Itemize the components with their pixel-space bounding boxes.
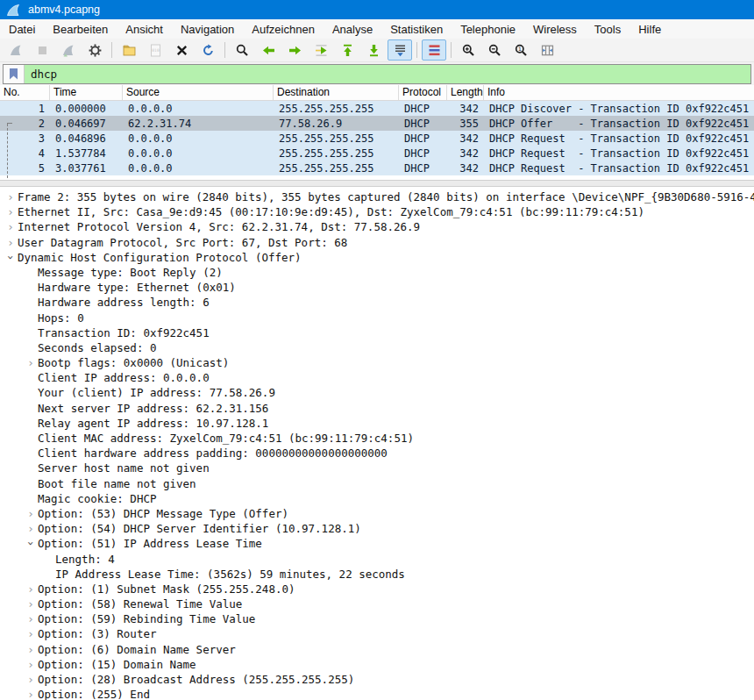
detail-row[interactable]: ›User Datagram Protocol, Src Port: 67, D… (0, 235, 754, 250)
expand-arrow-icon[interactable]: › (24, 626, 38, 641)
menu-item-hilfe[interactable]: Hilfe (630, 21, 670, 38)
column-header-destination[interactable]: Destination (274, 85, 399, 100)
menu-item-aufzeichnen[interactable]: Aufzeichnen (243, 21, 324, 38)
detail-row[interactable]: ›Hardware type: Ethernet (0x01) (0, 280, 754, 295)
open-file-button[interactable] (117, 39, 141, 61)
detail-row[interactable]: ›Option: (3) Router (0, 626, 754, 641)
column-header-no[interactable]: No. (0, 85, 50, 100)
detail-row[interactable]: ›Client MAC address: ZyxelCom_79:c4:51 (… (0, 431, 754, 446)
capture-options-button[interactable] (82, 39, 107, 61)
detail-row[interactable]: ›Your (client) IP address: 77.58.26.9 (0, 385, 754, 400)
column-header-time[interactable]: Time (50, 85, 123, 100)
detail-text: Client MAC address: ZyxelCom_79:c4:51 (b… (38, 431, 414, 446)
colorize-button[interactable] (422, 39, 446, 61)
expand-arrow-icon[interactable]: › (4, 235, 18, 250)
go-last-packet-button[interactable] (361, 39, 386, 61)
expand-arrow-icon[interactable]: › (24, 642, 38, 657)
expand-arrow-icon[interactable]: › (4, 189, 18, 204)
detail-row[interactable]: ›Option: (59) Rebinding Time Value (0, 611, 754, 626)
packet-row-1[interactable]: 10.0000000.0.0.0255.255.255.255DHCP342DH… (0, 101, 754, 116)
detail-row[interactable]: ›Option: (6) Domain Name Server (0, 642, 754, 657)
collapse-arrow-icon[interactable]: › (23, 537, 38, 551)
expand-arrow-icon[interactable]: › (24, 506, 38, 521)
detail-row[interactable]: ›Message type: Boot Reply (2) (0, 265, 754, 280)
zoom-out-button[interactable] (482, 39, 507, 61)
detail-row[interactable]: ›Option: (1) Subnet Mask (255.255.248.0) (0, 582, 754, 596)
expand-arrow-icon[interactable]: › (24, 582, 38, 596)
menu-item-tools[interactable]: Tools (586, 21, 630, 38)
detail-row[interactable]: ›Seconds elapsed: 0 (0, 340, 754, 355)
detail-text: IP Address Lease Time: (3562s) 59 minute… (55, 567, 405, 582)
packet-row-4[interactable]: 41.5377840.0.0.0255.255.255.255DHCP342DH… (0, 146, 754, 161)
detail-row[interactable]: ›Ethernet II, Src: Casa_9e:d9:45 (00:17:… (0, 204, 754, 219)
display-filter-input[interactable] (25, 65, 750, 83)
expand-arrow-icon[interactable]: › (24, 687, 38, 700)
filter-bookmark-button[interactable] (4, 65, 25, 83)
collapse-arrow-icon[interactable]: › (3, 250, 18, 264)
detail-row[interactable]: ›Option: (28) Broadcast Address (255.255… (0, 672, 754, 687)
zoom-in-button[interactable] (456, 39, 480, 61)
auto-scroll-button[interactable] (388, 39, 412, 61)
detail-row[interactable]: ›Client hardware address padding: 000000… (0, 446, 754, 461)
detail-row[interactable]: ›IP Address Lease Time: (3562s) 59 minut… (0, 567, 754, 582)
detail-row[interactable]: ›Relay agent IP address: 10.97.128.1 (0, 416, 754, 431)
zoom-in-icon (461, 43, 476, 58)
go-back-button[interactable] (256, 39, 281, 61)
menu-item-bearbeiten[interactable]: Bearbeiten (44, 21, 117, 38)
cell-time: 1.537784 (50, 147, 123, 160)
detail-row[interactable]: ›Transaction ID: 0xf922c451 (0, 325, 754, 340)
menu-item-analyse[interactable]: Analyse (324, 21, 381, 38)
go-first-packet-button[interactable] (335, 39, 359, 61)
go-forward-button[interactable] (282, 39, 307, 61)
cell-destination: 255.255.255.255 (274, 132, 399, 145)
resize-columns-button[interactable] (535, 39, 559, 61)
detail-row[interactable]: ›Option: (53) DHCP Message Type (Offer) (0, 506, 754, 521)
expand-arrow-icon[interactable]: › (24, 657, 38, 672)
detail-row[interactable]: ›Option: (58) Renewal Time Value (0, 596, 754, 611)
pane-splitter[interactable] (0, 180, 754, 187)
close-file-button[interactable] (169, 39, 194, 61)
detail-row[interactable]: ›Frame 2: 355 bytes on wire (2840 bits),… (0, 189, 754, 204)
expand-arrow-icon[interactable]: › (4, 219, 18, 234)
detail-text: Transaction ID: 0xf922c451 (38, 325, 210, 340)
detail-row[interactable]: ›Magic cookie: DHCP (0, 491, 754, 506)
detail-row[interactable]: ›Next server IP address: 62.2.31.156 (0, 401, 754, 416)
column-header-protocol[interactable]: Protocol (399, 85, 447, 100)
menu-item-statistiken[interactable]: Statistiken (381, 21, 452, 38)
menu-item-wireless[interactable]: Wireless (524, 21, 586, 38)
detail-row[interactable]: ›Option: (51) IP Address Lease Time (0, 536, 754, 551)
menu-item-datei[interactable]: Datei (0, 21, 44, 38)
expand-arrow-icon[interactable]: › (24, 521, 38, 536)
detail-row[interactable]: ›Bootp flags: 0x0000 (Unicast) (0, 355, 754, 370)
reload-file-button[interactable] (196, 39, 220, 61)
detail-row[interactable]: ›Dynamic Host Configuration Protocol (Of… (0, 250, 754, 265)
expand-arrow-icon[interactable]: › (24, 355, 38, 370)
detail-row[interactable]: ›Server host name not given (0, 461, 754, 475)
expand-arrow-icon[interactable]: › (24, 672, 38, 687)
column-header-source[interactable]: Source (123, 85, 274, 100)
expand-arrow-icon[interactable]: › (24, 611, 38, 626)
packet-detail-pane: ›Frame 2: 355 bytes on wire (2840 bits),… (0, 187, 754, 700)
packet-row-3[interactable]: 30.0468960.0.0.0255.255.255.255DHCP342DH… (0, 131, 754, 146)
packet-row-5[interactable]: 53.0377610.0.0.0255.255.255.255DHCP342DH… (0, 161, 754, 175)
column-header-length[interactable]: Length (447, 85, 484, 100)
zoom-reset-button[interactable]: 1 (509, 39, 533, 61)
detail-row[interactable]: ›Internet Protocol Version 4, Src: 62.2.… (0, 219, 754, 234)
expand-arrow-icon[interactable]: › (4, 204, 18, 219)
detail-row[interactable]: ›Option: (54) DHCP Server Identifier (10… (0, 521, 754, 536)
detail-row[interactable]: ›Length: 4 (0, 552, 754, 567)
find-packet-button[interactable] (230, 39, 254, 61)
column-header-info[interactable]: Info (484, 85, 754, 100)
detail-row[interactable]: ›Client IP address: 0.0.0.0 (0, 370, 754, 385)
detail-row[interactable]: ›Hops: 0 (0, 311, 754, 325)
detail-row[interactable]: ›Option: (15) Domain Name (0, 657, 754, 672)
menu-item-navigation[interactable]: Navigation (172, 21, 243, 38)
packet-row-2[interactable]: 20.04669762.2.31.7477.58.26.9DHCP355DHCP… (0, 116, 754, 131)
go-to-packet-button[interactable] (309, 39, 333, 61)
expand-arrow-icon[interactable]: › (24, 596, 38, 611)
detail-row[interactable]: ›Boot file name not given (0, 476, 754, 491)
detail-row[interactable]: ›Option: (255) End (0, 687, 754, 700)
menu-item-telephonie[interactable]: Telephonie (452, 21, 524, 38)
detail-row[interactable]: ›Hardware address length: 6 (0, 295, 754, 310)
menu-item-ansicht[interactable]: Ansicht (117, 21, 172, 38)
